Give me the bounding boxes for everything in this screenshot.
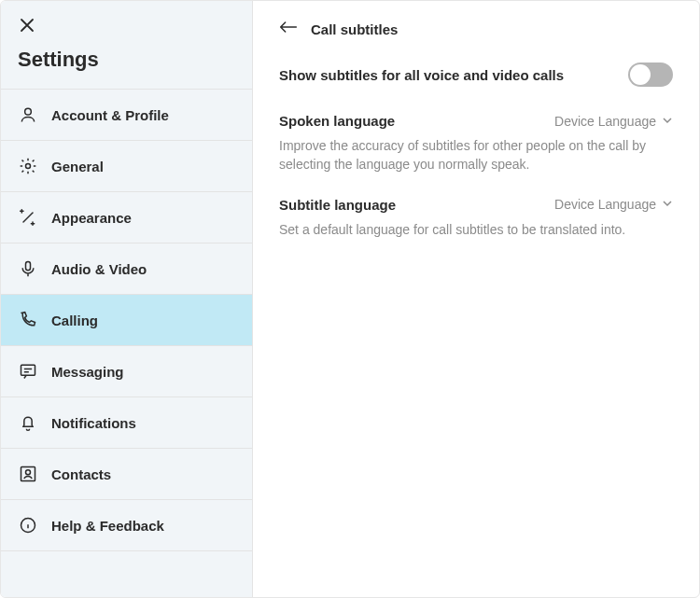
gear-icon — [18, 156, 38, 176]
chevron-down-icon — [662, 197, 673, 212]
sidebar-item-appearance[interactable]: Appearance — [1, 191, 252, 243]
sidebar-item-label: Contacts — [51, 466, 111, 482]
sidebar-nav: Account & Profile General Appearance Aud… — [1, 89, 252, 551]
spoken-language-title: Spoken language — [279, 113, 395, 129]
spoken-language-section: Spoken language Device Language Improve … — [279, 113, 673, 174]
subtitle-language-select[interactable]: Device Language — [554, 197, 673, 212]
subtitles-toggle-label: Show subtitles for all voice and video c… — [279, 67, 564, 83]
microphone-icon — [18, 258, 38, 279]
sidebar-item-help[interactable]: Help & Feedback — [1, 499, 252, 551]
spoken-language-select[interactable]: Device Language — [554, 114, 673, 129]
svg-rect-2 — [26, 262, 31, 271]
close-button[interactable] — [18, 18, 36, 36]
subtitles-toggle-row: Show subtitles for all voice and video c… — [279, 63, 673, 87]
sidebar-item-label: Calling — [51, 313, 98, 328]
sidebar-item-notifications[interactable]: Notifications — [1, 396, 252, 448]
page-title: Call subtitles — [311, 21, 398, 37]
svg-point-5 — [26, 470, 31, 475]
sidebar-header: Settings — [1, 1, 252, 89]
wand-icon — [18, 207, 38, 228]
message-icon — [18, 361, 38, 382]
spoken-language-desc: Improve the accuracy of subtitles for ot… — [279, 136, 673, 174]
sidebar-title: Settings — [18, 48, 235, 83]
settings-sidebar: Settings Account & Profile General Appea… — [1, 1, 253, 597]
sidebar-item-messaging[interactable]: Messaging — [1, 345, 252, 396]
subtitle-language-title: Subtitle language — [279, 197, 396, 213]
svg-point-1 — [26, 164, 31, 169]
main-content: Call subtitles Show subtitles for all vo… — [253, 1, 699, 597]
spoken-language-value: Device Language — [554, 114, 656, 129]
back-button[interactable] — [279, 20, 298, 38]
sidebar-item-label: Audio & Video — [51, 261, 147, 277]
sidebar-item-account[interactable]: Account & Profile — [1, 89, 252, 140]
sidebar-item-calling[interactable]: Calling — [1, 294, 252, 345]
sidebar-item-label: Messaging — [51, 364, 124, 380]
subtitle-language-section: Subtitle language Device Language Set a … — [279, 197, 673, 239]
chevron-down-icon — [662, 114, 673, 129]
sidebar-item-label: General — [51, 159, 104, 174]
main-header: Call subtitles — [279, 20, 673, 38]
spoken-language-row: Spoken language Device Language — [279, 113, 673, 129]
sidebar-item-general[interactable]: General — [1, 140, 252, 191]
sidebar-item-label: Appearance — [51, 210, 132, 226]
subtitle-language-row: Subtitle language Device Language — [279, 197, 673, 213]
subtitle-language-desc: Set a default language for call subtitle… — [279, 220, 673, 239]
info-icon — [18, 515, 38, 535]
bell-icon — [18, 412, 38, 433]
svg-rect-4 — [21, 467, 35, 481]
phone-icon — [18, 310, 38, 330]
person-icon — [18, 104, 38, 125]
subtitle-language-value: Device Language — [554, 197, 656, 212]
sidebar-item-label: Account & Profile — [51, 107, 169, 123]
close-icon — [20, 18, 35, 36]
arrow-left-icon — [279, 20, 298, 38]
contacts-icon — [18, 464, 38, 484]
sidebar-item-label: Notifications — [51, 415, 136, 431]
svg-rect-3 — [21, 365, 35, 375]
subtitles-toggle[interactable] — [628, 63, 673, 87]
sidebar-item-label: Help & Feedback — [51, 518, 164, 534]
sidebar-item-audio-video[interactable]: Audio & Video — [1, 243, 252, 294]
svg-point-0 — [25, 108, 32, 115]
sidebar-item-contacts[interactable]: Contacts — [1, 448, 252, 499]
